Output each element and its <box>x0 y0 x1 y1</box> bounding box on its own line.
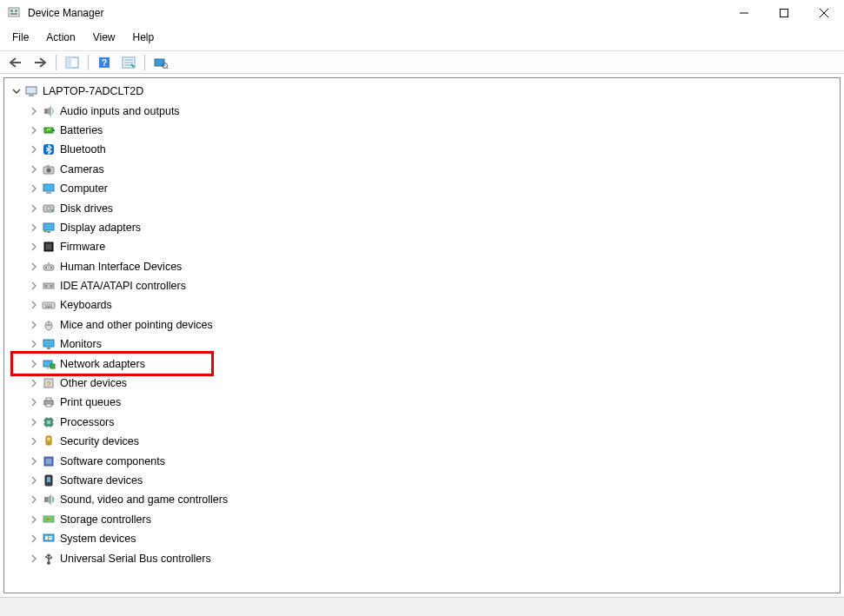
svg-rect-93 <box>50 556 52 558</box>
menu-file[interactable]: File <box>5 30 36 45</box>
svg-rect-87 <box>49 539 52 540</box>
expander-icon[interactable] <box>27 123 41 137</box>
menu-help[interactable]: Help <box>126 30 162 45</box>
tree-category-node[interactable]: Monitors <box>6 334 838 354</box>
tree-category-node[interactable]: Storage controllers <box>6 510 838 529</box>
tree-category-node[interactable]: Universal Serial Bus controllers <box>6 548 838 567</box>
expander-icon[interactable] <box>27 104 41 118</box>
expander-icon[interactable] <box>27 279 41 293</box>
expander-icon[interactable] <box>27 221 41 235</box>
svg-text:?: ? <box>102 58 107 68</box>
tree-category-node[interactable]: Print queues <box>6 393 838 412</box>
network-icon <box>41 356 56 372</box>
tree-category-node[interactable]: ?Other devices <box>6 374 838 393</box>
category-label: Universal Serial Bus controllers <box>60 553 211 565</box>
forward-button[interactable] <box>30 53 50 72</box>
tree-category-node[interactable]: Processors <box>6 413 838 432</box>
scan-hardware-button[interactable] <box>150 53 171 72</box>
properties-button[interactable] <box>118 53 139 72</box>
expander-icon[interactable] <box>27 298 41 312</box>
tree-category-node[interactable]: Sound, video and game controllers <box>6 490 838 509</box>
svg-rect-2 <box>15 10 17 12</box>
tree-category-node[interactable]: Cameras <box>6 160 838 179</box>
expander-icon[interactable] <box>27 357 41 371</box>
security-icon <box>41 434 56 449</box>
expander-icon[interactable] <box>27 318 41 332</box>
expander-icon[interactable] <box>27 415 41 429</box>
expander-icon[interactable] <box>27 202 41 215</box>
menu-view[interactable]: View <box>86 30 123 45</box>
tree-category-node[interactable]: Batteries <box>6 121 838 140</box>
svg-point-44 <box>50 285 53 288</box>
category-label: Other devices <box>60 377 127 389</box>
help-button[interactable]: ? <box>94 53 115 72</box>
svg-rect-80 <box>47 477 50 482</box>
tree-category-node[interactable]: Disk drives <box>6 198 838 217</box>
svg-rect-0 <box>9 8 19 17</box>
expander-icon[interactable] <box>27 162 41 176</box>
tree-category-node[interactable]: Software devices <box>6 471 838 490</box>
show-hide-console-tree-button[interactable] <box>62 53 83 72</box>
category-label: Bluetooth <box>60 143 106 156</box>
svg-rect-49 <box>51 304 53 306</box>
app-icon <box>7 6 21 20</box>
expander-icon[interactable] <box>27 182 41 195</box>
tree-category-node[interactable]: Keyboards <box>6 295 838 315</box>
tree-category-node[interactable]: System devices <box>6 529 838 548</box>
expander-icon[interactable] <box>27 474 41 487</box>
toolbar: ? <box>0 51 844 74</box>
svg-rect-65 <box>47 421 50 424</box>
svg-rect-55 <box>47 348 50 349</box>
expander-icon[interactable] <box>27 552 41 566</box>
minimize-button[interactable] <box>724 0 764 26</box>
expander-icon[interactable] <box>27 376 41 390</box>
tree-category-node[interactable]: Software components <box>6 451 838 470</box>
svg-rect-37 <box>46 244 51 249</box>
expander-icon[interactable] <box>10 84 23 98</box>
expander-icon[interactable] <box>27 454 41 468</box>
expander-icon[interactable] <box>27 395 41 409</box>
menubar: File Action View Help <box>0 26 844 51</box>
tree-category-node[interactable]: Computer <box>6 179 838 198</box>
svg-rect-34 <box>47 231 50 233</box>
back-button[interactable] <box>5 53 26 72</box>
tree-category-node[interactable]: Firmware <box>6 237 838 256</box>
device-tree-pane[interactable]: LAPTOP-7ADCLT2D Audio inputs and outputs… <box>3 77 841 593</box>
svg-point-26 <box>47 168 51 172</box>
tree-category-node[interactable]: Network adapters <box>6 354 838 373</box>
tree-root-node[interactable]: LAPTOP-7ADCLT2D <box>6 82 838 101</box>
category-label: Security devices <box>60 435 139 447</box>
category-label: Human Interface Devices <box>60 261 182 273</box>
expander-icon[interactable] <box>27 532 41 546</box>
category-label: Keyboards <box>60 299 112 311</box>
svg-rect-21 <box>44 109 48 114</box>
tree-category-node[interactable]: Display adapters <box>6 218 838 237</box>
svg-rect-75 <box>47 438 50 440</box>
computer-icon <box>23 83 39 99</box>
tree-category-node[interactable]: Security devices <box>6 432 838 451</box>
svg-rect-78 <box>46 459 51 464</box>
expander-icon[interactable] <box>27 240 41 254</box>
tree-category-node[interactable]: Audio inputs and outputs <box>6 101 838 120</box>
expander-icon[interactable] <box>27 513 41 527</box>
expander-icon[interactable] <box>27 142 41 156</box>
menu-action[interactable]: Action <box>39 30 82 45</box>
svg-rect-62 <box>46 398 51 401</box>
expander-icon[interactable] <box>27 260 41 274</box>
expander-icon[interactable] <box>27 434 41 448</box>
expander-icon[interactable] <box>27 337 41 351</box>
disk-icon <box>41 201 56 216</box>
tree-category-node[interactable]: Mice and other pointing devices <box>6 315 838 334</box>
close-button[interactable] <box>804 0 844 26</box>
device-tree: LAPTOP-7ADCLT2D Audio inputs and outputs… <box>6 82 838 568</box>
other-icon: ? <box>41 375 56 391</box>
maximize-button[interactable] <box>764 0 804 26</box>
sw-component-icon <box>41 454 56 469</box>
svg-line-18 <box>167 67 169 69</box>
svg-rect-3 <box>10 13 17 15</box>
tree-category-node[interactable]: Human Interface Devices <box>6 257 838 276</box>
tree-category-node[interactable]: IDE ATA/ATAPI controllers <box>6 276 838 295</box>
tree-category-node[interactable]: Bluetooth <box>6 140 838 159</box>
window-controls <box>724 0 844 26</box>
expander-icon[interactable] <box>27 493 41 507</box>
